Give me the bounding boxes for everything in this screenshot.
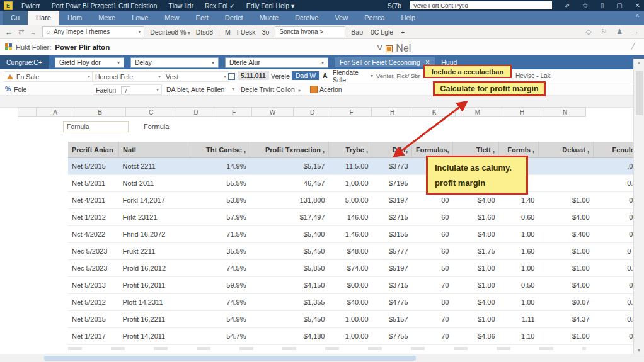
cell[interactable]: Profit 16,2011 bbox=[119, 277, 190, 294]
cell[interactable]: 70 bbox=[412, 277, 453, 294]
column-letter[interactable]: H bbox=[372, 107, 413, 117]
cell[interactable]: Nct 4/2022 bbox=[68, 226, 119, 243]
cell[interactable]: 35.5% bbox=[190, 243, 250, 260]
segment-verele[interactable]: Verele bbox=[271, 72, 290, 80]
cell[interactable]: 1.00.00 bbox=[329, 328, 372, 345]
cell[interactable]: $7755 bbox=[372, 328, 412, 345]
menu-item[interactable]: Rcx Eol ✓ bbox=[205, 2, 235, 9]
scroll-up-icon[interactable]: ▲ bbox=[634, 60, 644, 65]
column-letter[interactable]: D bbox=[176, 107, 216, 117]
cell[interactable]: 1.10 bbox=[499, 328, 539, 345]
cell[interactable]: $4775 bbox=[372, 294, 412, 311]
forward-icon[interactable]: → bbox=[30, 28, 37, 36]
menu-item[interactable]: Edly Fonl Help ▾ bbox=[246, 2, 294, 9]
collon-dropdown[interactable]: Decle Trvirt Collon▸ bbox=[241, 86, 301, 93]
toolbar-button[interactable]: Bao bbox=[351, 28, 363, 36]
cell[interactable]: 1.00.00 bbox=[329, 311, 372, 328]
cell[interactable]: Net 5/2013 bbox=[68, 277, 119, 294]
column-letter[interactable]: N bbox=[544, 107, 586, 117]
cell[interactable]: $4.00 bbox=[539, 277, 594, 294]
segment-dadw-selected[interactable]: Dad W bbox=[292, 71, 319, 80]
cell[interactable]: $1.60 bbox=[453, 209, 499, 226]
toolbar-button[interactable]: M bbox=[225, 28, 231, 36]
vertical-scroll-thumb[interactable] bbox=[636, 71, 643, 115]
ribbon-tab[interactable]: Eert bbox=[188, 11, 217, 25]
column-letter[interactable]: B bbox=[74, 107, 126, 117]
cell[interactable]: Fhrid 16,2072 bbox=[119, 226, 190, 243]
horizontal-scroll-thumb[interactable] bbox=[44, 356, 416, 361]
row-header-gutter[interactable] bbox=[18, 107, 37, 117]
cell[interactable]: 1.00 bbox=[499, 226, 539, 243]
cell[interactable]: $7195 bbox=[372, 175, 412, 192]
vertical-scrollbar[interactable]: ▲ ▼ bbox=[633, 59, 644, 354]
cell[interactable]: $1.00 bbox=[539, 243, 594, 260]
cell[interactable]: Net 1/2012 bbox=[68, 209, 119, 226]
share-icon[interactable]: ⇗ bbox=[565, 2, 570, 9]
ribbon-tab[interactable]: Vew bbox=[326, 11, 356, 25]
cell[interactable]: $0.07 bbox=[539, 294, 594, 311]
cell[interactable]: 59.9% bbox=[190, 277, 250, 294]
swap-icon[interactable]: ⇄ bbox=[18, 28, 24, 36]
column-letter[interactable]: W bbox=[252, 107, 294, 117]
ribbon-tab[interactable]: Help bbox=[393, 11, 424, 25]
refresh-icon[interactable]: ◇ bbox=[586, 28, 591, 36]
chevron-down-icon[interactable]: ˅ bbox=[377, 43, 382, 54]
redo-button[interactable]: Dtsd8 bbox=[196, 28, 213, 36]
flendate-dropdown[interactable]: Flendate Sdle bbox=[330, 71, 376, 81]
cell[interactable]: 1,46.00 bbox=[329, 226, 372, 243]
checkbox[interactable] bbox=[228, 73, 235, 80]
cell[interactable]: 60 bbox=[412, 209, 453, 226]
back-icon[interactable]: ← bbox=[5, 28, 13, 37]
column-letter[interactable]: A bbox=[37, 107, 74, 117]
favorite-icon[interactable]: ✩ bbox=[582, 2, 587, 9]
field-dropdown-3[interactable]: Dterle Alur bbox=[225, 57, 328, 68]
cell[interactable]: $5,450 bbox=[250, 311, 329, 328]
column-header[interactable]: Natl bbox=[119, 142, 190, 158]
ribbon-tab[interactable]: Derict bbox=[217, 11, 251, 25]
ribbon-tab[interactable]: Muote bbox=[251, 11, 287, 25]
cell[interactable]: 70 bbox=[412, 328, 453, 345]
ribbon-tab[interactable]: Lowe bbox=[124, 11, 156, 25]
column-header[interactable]: Profit Txrnaction , bbox=[250, 142, 329, 158]
cell[interactable]: 1.11 bbox=[499, 311, 539, 328]
cell[interactable]: Forkl 14,2017 bbox=[119, 192, 190, 209]
field-dropdown-1[interactable]: Gietd Floy dor bbox=[55, 57, 124, 68]
cell[interactable]: $2715 bbox=[372, 209, 412, 226]
cell[interactable]: Net 1/2017 bbox=[68, 328, 119, 345]
cell[interactable]: 50 bbox=[412, 260, 453, 277]
cell[interactable]: 54.9% bbox=[190, 311, 250, 328]
date-value[interactable]: 5.11.011 bbox=[238, 71, 269, 80]
fole-item[interactable]: Fole bbox=[14, 86, 26, 93]
cell[interactable]: $4.00 bbox=[539, 209, 594, 226]
field-dropdown-2[interactable]: Delay bbox=[130, 57, 219, 68]
cell[interactable]: $5197 bbox=[372, 260, 412, 277]
ribbon-tab[interactable]: Hare bbox=[28, 11, 59, 25]
column-letter[interactable]: F bbox=[216, 107, 252, 117]
faelun-dropdown[interactable]: Faelun7 bbox=[93, 84, 162, 95]
cell[interactable]: $4.86 bbox=[453, 328, 499, 345]
cell[interactable]: 1,00.00 bbox=[329, 175, 372, 192]
font-icon[interactable]: A bbox=[323, 72, 328, 79]
cell[interactable]: $1.00 bbox=[539, 260, 594, 277]
restore-icon[interactable]: ▯ bbox=[601, 2, 604, 9]
column-header[interactable]: Dekuat , bbox=[539, 142, 594, 158]
cell[interactable] bbox=[539, 158, 594, 175]
cell[interactable]: $3773 bbox=[372, 158, 412, 175]
cell[interactable]: Plott 14,2311 bbox=[119, 294, 190, 311]
cell[interactable]: $5777 bbox=[372, 243, 412, 260]
ribbon-tab[interactable]: Mexe bbox=[90, 11, 124, 25]
cell[interactable]: $1.00 bbox=[453, 311, 499, 328]
close-icon[interactable]: ✕ bbox=[635, 2, 640, 9]
column-letter[interactable]: F bbox=[331, 107, 372, 117]
sale-dropdown[interactable]: Fn Sale bbox=[4, 71, 93, 82]
cell[interactable]: 70 bbox=[412, 311, 453, 328]
cell[interactable]: 146.00 bbox=[329, 209, 372, 226]
cell[interactable]: Notd 2011 bbox=[119, 175, 190, 192]
cell[interactable]: 14.9% bbox=[190, 158, 250, 175]
cell[interactable] bbox=[539, 175, 594, 192]
cell[interactable]: $4,150 bbox=[250, 277, 329, 294]
cell[interactable]: 131,800 bbox=[250, 192, 329, 209]
cell[interactable]: 60 bbox=[412, 226, 453, 243]
column-letter[interactable]: C bbox=[126, 107, 176, 117]
toolbar-button[interactable]: 0C Lgle bbox=[371, 28, 393, 36]
